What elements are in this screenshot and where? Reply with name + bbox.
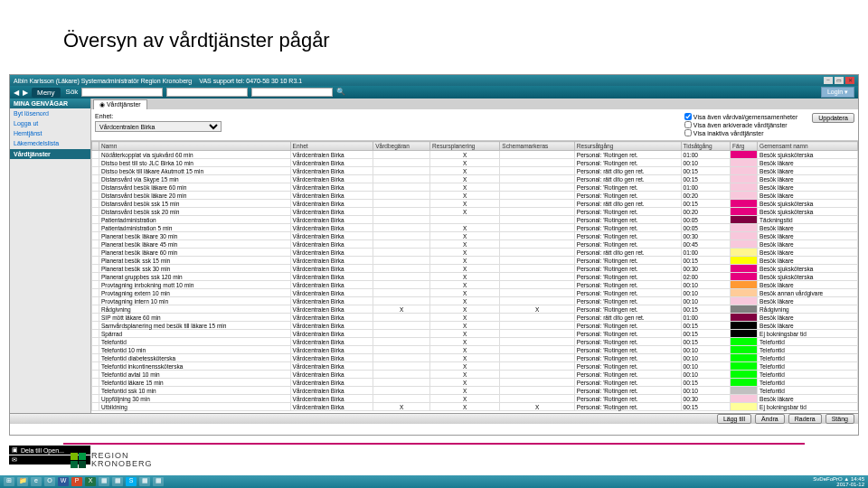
start-icon[interactable]: ⊞ [4, 477, 14, 486]
search-input-2[interactable] [166, 88, 248, 97]
menu-button[interactable]: Meny [32, 88, 61, 98]
color-swatch [731, 265, 757, 272]
data-grid[interactable]: NamnEnhetVårdbegäranResursplaneringSchem… [91, 141, 858, 424]
ie-icon[interactable]: e [31, 477, 42, 486]
btn-close[interactable]: Stäng [826, 414, 854, 424]
app2-icon[interactable]: ▦ [112, 477, 123, 486]
titlebar: Albin Karlsson (Läkare) Systemadministra… [10, 75, 858, 86]
excel-icon[interactable]: X [85, 477, 96, 486]
table-row[interactable]: SIP mött läkare 60 minVårdcentralen Birk… [92, 314, 858, 322]
update-button[interactable]: Uppdatera [812, 113, 854, 123]
nav-fwd-icon[interactable]: ▶ [23, 89, 28, 97]
table-row[interactable]: Planerat besök läkare 60 minVårdcentrale… [92, 249, 858, 257]
col-header[interactable]: Färg [731, 142, 758, 151]
login-dropdown[interactable]: Login ▾ [821, 87, 854, 98]
sidebar-item[interactable]: Byt lösenord [10, 108, 90, 118]
col-header[interactable]: Tidsåtgång [681, 142, 730, 151]
powerpoint-icon[interactable]: P [71, 477, 82, 486]
sidebar-header: MINA GENVÄGAR [10, 99, 90, 108]
table-row[interactable]: PatientadministrationVårdcentralen Birka… [92, 216, 858, 224]
table-row[interactable]: Distansvård via Skype 15 minVårdcentrale… [92, 175, 858, 183]
table-row[interactable]: Provtagning inrbokning mott 10 minVårdce… [92, 281, 858, 289]
table-row[interactable]: Distansvård besök ssk 20 minVårdcentrale… [92, 208, 858, 216]
color-swatch [731, 192, 757, 199]
color-swatch [731, 183, 757, 191]
table-row[interactable]: Planerat besök läkare 45 minVårdcentrale… [92, 240, 858, 249]
table-row[interactable]: Planerat besök ssk 30 minVårdcentralen B… [92, 265, 858, 273]
btn-add[interactable]: Lägg till [717, 414, 751, 424]
table-row[interactable]: Distansvård besök ssk 15 minVårdcentrale… [92, 200, 858, 208]
table-row[interactable]: Planerat besök ssk 15 minVårdcentralen B… [92, 257, 858, 265]
cb-arkiverade[interactable]: Visa även arkiverade vårdtjänster [684, 121, 797, 128]
app1-icon[interactable]: ▦ [99, 477, 109, 486]
table-row[interactable]: Telefontid avtal 10 minVårdcentralen Bir… [92, 371, 858, 379]
enhet-select[interactable]: Vårdcentralen Birka [95, 121, 222, 132]
table-row[interactable]: Telefontid inkontinenssköterskaVårdcentr… [92, 362, 858, 371]
table-row[interactable]: SpärradVårdcentralen BirkaXPersonal: 'Ro… [92, 330, 858, 338]
color-swatch [731, 297, 757, 305]
app3-icon[interactable]: ▦ [139, 477, 150, 486]
color-swatch [731, 346, 757, 353]
window-minimize-icon[interactable]: – [824, 77, 833, 84]
table-row[interactable]: Uppföljning 30 minVårdcentralen BirkaXPe… [92, 395, 858, 403]
table-row[interactable]: Distso best till sto JLC Birka 10 minVår… [92, 159, 858, 167]
table-row[interactable]: Provtagning intern 10 minVårdcentralen B… [92, 297, 858, 305]
table-row[interactable]: Samvårdsplanering med besök till läkare … [92, 322, 858, 330]
table-row[interactable]: Telefontid diabetessköterskaVårdcentrale… [92, 354, 858, 362]
btn-edit[interactable]: Ändra [755, 414, 785, 424]
skype-icon[interactable]: S [126, 477, 137, 486]
table-row[interactable]: Telefontid ssk 10 minVårdcentralen Birka… [92, 387, 858, 395]
table-row[interactable]: Distso besök till läkare Akutmott 15 min… [92, 167, 858, 175]
sidebar-active[interactable]: Vårdtjänster [10, 149, 90, 159]
col-header[interactable]: Gemensamt namn [758, 142, 858, 151]
titlebar-user: Albin Karlsson (Läkare) Systemadministra… [14, 78, 192, 84]
search-icon[interactable]: 🔍 [336, 88, 345, 97]
table-row[interactable]: Planerat gruppbes ssk 120 minVårdcentral… [92, 273, 858, 281]
footer-logo: REGIONKRONOBERG [71, 452, 153, 468]
table-row[interactable]: Distansvård besök läkare 20 minVårdcentr… [92, 192, 858, 200]
cb-vardval[interactable]: Visa även vårdval/gemensamenheter [684, 113, 797, 120]
sidebar-item[interactable]: Logga ut [10, 118, 90, 128]
nav-back-icon[interactable]: ◀ [14, 89, 19, 97]
status-bar: Lägg till Ändra Radera Stäng [10, 413, 858, 424]
col-header[interactable]: Vårdbegäran [373, 142, 430, 151]
tab-vardtjanster[interactable]: ◉ Vårdtjänster [93, 99, 147, 109]
table-row[interactable]: Nödåterkopplat via sjukvård 60 minVårdce… [92, 151, 858, 159]
col-header[interactable] [92, 142, 99, 151]
table-row[interactable]: Telefontid läkare 15 minVårdcentralen Bi… [92, 379, 858, 387]
col-header[interactable]: Namn [99, 142, 291, 151]
color-swatch [731, 273, 757, 280]
outlook-icon[interactable]: O [44, 477, 55, 486]
titlebar-support: VAS support tel: 0470-58 30 10 R3.1 [199, 78, 302, 84]
table-row[interactable]: Distansvård besök läkare 60 minVårdcentr… [92, 183, 858, 192]
col-header[interactable]: Resursåtgång [574, 142, 681, 151]
cb-inaktiva[interactable]: Visa inaktiva vårdtjänster [684, 129, 797, 136]
btn-delete[interactable]: Radera [788, 414, 822, 424]
sidebar-item[interactable]: Hemtjänst [10, 128, 90, 138]
word-icon[interactable]: W [58, 477, 69, 486]
color-swatch [731, 200, 757, 207]
table-row[interactable]: Patientadministration 5 minVårdcentralen… [92, 224, 858, 232]
tab-bar: ◉ Vårdtjänster [91, 99, 858, 109]
col-header[interactable]: Resursplanering [430, 142, 500, 151]
col-header[interactable]: Enhet [290, 142, 373, 151]
search-input-3[interactable] [251, 88, 333, 97]
window-maximize-icon[interactable]: ▭ [835, 77, 844, 84]
table-row[interactable]: Provtagning extern 10 minVårdcentralen B… [92, 289, 858, 297]
taskbar-clock: SvDeFoPrO ▲ 14:452017-01-12 [813, 476, 864, 487]
table-row[interactable]: Planerat besök läkare 30 minVårdcentrale… [92, 232, 858, 240]
sidebar-item[interactable]: Läkemedelslista [10, 138, 90, 148]
app4-icon[interactable]: ▦ [153, 477, 164, 486]
color-swatch [731, 322, 757, 329]
explorer-icon[interactable]: 📁 [17, 477, 28, 486]
search-input-1[interactable] [81, 88, 163, 97]
table-row[interactable]: TelefontidVårdcentralen BirkaXPersonal: … [92, 338, 858, 346]
main-panel: ◉ Vårdtjänster Enhet: Vårdcentralen Birk… [91, 99, 858, 424]
color-swatch [731, 216, 757, 223]
table-row[interactable]: UtbildningVårdcentralen BirkaXXXPersonal… [92, 403, 858, 411]
table-row[interactable]: RådgivningVårdcentralen BirkaXXXPersonal… [92, 305, 858, 314]
color-swatch [731, 257, 757, 264]
window-close-icon[interactable]: ✕ [845, 77, 854, 84]
col-header[interactable]: Schemamarkeras [500, 142, 575, 151]
table-row[interactable]: Telefontid 10 minVårdcentralen BirkaXPer… [92, 346, 858, 354]
